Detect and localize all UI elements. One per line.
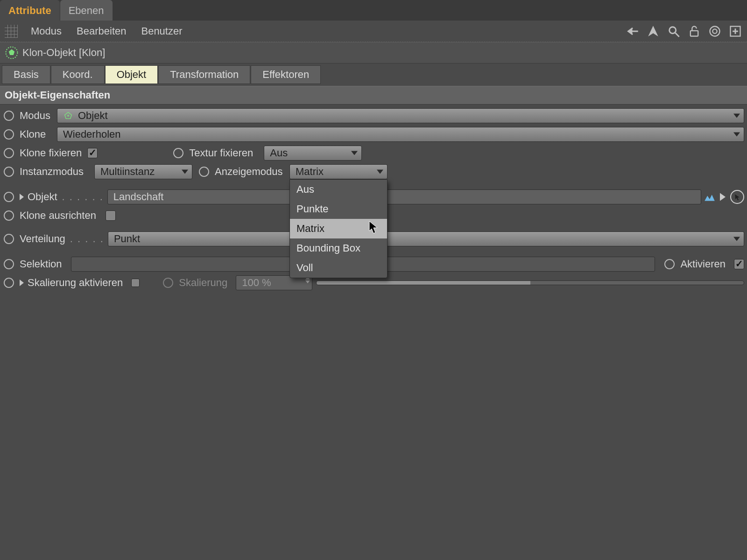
- dropdown-option-bounding-box[interactable]: Bounding Box: [290, 238, 387, 258]
- label-aktivieren: Aktivieren: [680, 258, 726, 270]
- chevron-down-icon: [377, 170, 383, 174]
- dropdown-verteilung-value: Punkt: [114, 233, 140, 245]
- tab-attribute[interactable]: Attribute: [0, 0, 60, 21]
- dots: . . . . . .: [62, 191, 104, 203]
- cloner-icon: [5, 46, 19, 60]
- label-modus: Modus: [20, 110, 52, 122]
- back-arrow-icon[interactable]: [626, 24, 640, 38]
- svg-point-6: [712, 29, 717, 33]
- goto-icon[interactable]: [717, 191, 728, 203]
- section-header: Objekt-Eigenschaften: [0, 86, 747, 105]
- chevron-down-icon: [733, 237, 740, 241]
- tab-objekt[interactable]: Objekt: [105, 65, 158, 84]
- grid-icon[interactable]: [5, 25, 18, 38]
- lock-icon[interactable]: [687, 24, 701, 38]
- label-instanzmodus: Instanzmodus: [20, 166, 90, 178]
- object-title-bar: Klon-Objekt [Klon]: [0, 42, 747, 63]
- svg-marker-11: [9, 49, 15, 56]
- expand-triangle-icon[interactable]: [20, 280, 24, 286]
- dropdown-option-aus[interactable]: Aus: [290, 180, 387, 199]
- anim-dot-modus[interactable]: [4, 111, 14, 121]
- link-field-objekt[interactable]: Landschaft: [107, 189, 701, 204]
- label-selektion: Selektion: [20, 258, 66, 270]
- checkbox-klone-fixieren[interactable]: [87, 148, 98, 158]
- dropdown-popup-anzeigemodus: AusPunkteMatrixBounding BoxVoll: [289, 179, 388, 278]
- label-klone-fixieren: Klone fixieren: [20, 147, 82, 159]
- dropdown-instanz-value: Multiinstanz: [100, 166, 155, 178]
- checkbox-aktivieren[interactable]: [734, 259, 744, 269]
- attribute-menubar: Modus Bearbeiten Benutzer: [0, 21, 747, 42]
- anim-dot-klone-fix[interactable]: [4, 148, 14, 158]
- dropdown-klone-value: Wiederholen: [63, 128, 121, 140]
- dropdown-option-voll[interactable]: Voll: [290, 258, 387, 278]
- anim-dot-objekt[interactable]: [4, 192, 14, 202]
- tab-basis[interactable]: Basis: [2, 65, 50, 84]
- label-verteilung: Verteilung: [20, 233, 65, 245]
- anim-dot-aktivieren[interactable]: [664, 259, 675, 269]
- svg-marker-14: [720, 193, 726, 201]
- svg-point-2: [669, 27, 676, 33]
- anim-dot-anzeige[interactable]: [199, 167, 209, 177]
- panel-tab-bar: Attribute Ebenen: [0, 0, 747, 21]
- svg-rect-4: [691, 30, 698, 36]
- svg-line-3: [676, 33, 679, 36]
- chevron-down-icon: [182, 170, 188, 174]
- anim-dot-textur-fix[interactable]: [173, 148, 183, 158]
- dropdown-klone[interactable]: Wiederholen: [57, 127, 744, 142]
- dots: . . . . .: [70, 233, 104, 245]
- anim-dot-ausrichten[interactable]: [4, 210, 14, 221]
- menu-mode[interactable]: Modus: [23, 22, 69, 40]
- anim-dot-instanz[interactable]: [4, 167, 14, 177]
- dropdown-option-punkte[interactable]: Punkte: [290, 199, 387, 219]
- checkbox-klone-ausrichten[interactable]: [106, 210, 116, 221]
- tab-layers[interactable]: Ebenen: [60, 0, 113, 21]
- dropdown-textur-value: Aus: [270, 147, 288, 159]
- landscape-icon[interactable]: [704, 191, 715, 203]
- anim-dot-skalierung[interactable]: [163, 278, 173, 288]
- dropdown-instanzmodus[interactable]: Multiinstanz: [94, 164, 192, 179]
- expand-triangle-icon[interactable]: [20, 194, 24, 200]
- tab-coord[interactable]: Koord.: [51, 65, 105, 84]
- search-icon[interactable]: [667, 24, 681, 38]
- dropdown-anzeige-value: Matrix: [296, 166, 324, 178]
- label-klone: Klone: [20, 128, 52, 140]
- label-skal-aktivieren: Skalierung aktivieren: [28, 277, 123, 289]
- svg-marker-15: [735, 194, 740, 200]
- object-title-text: Klon-Objekt [Klon]: [22, 47, 105, 59]
- tab-transformation[interactable]: Transformation: [158, 65, 250, 84]
- label-skalierung: Skalierung: [179, 277, 227, 289]
- anim-dot-skal-aktiv[interactable]: [4, 278, 14, 288]
- label-anzeigemodus: Anzeigemodus: [215, 166, 285, 178]
- dropdown-textur-fixieren[interactable]: Aus: [264, 146, 362, 161]
- slider-skalierung[interactable]: [312, 280, 744, 285]
- label-klone-ausrichten: Klone ausrichten: [20, 210, 96, 222]
- chevron-down-icon: [733, 133, 740, 137]
- anim-dot-verteilung[interactable]: [4, 234, 14, 244]
- anim-dot-selektion[interactable]: [4, 259, 14, 269]
- dropdown-modus[interactable]: Objekt: [57, 108, 744, 123]
- add-icon[interactable]: [728, 24, 742, 38]
- dropdown-option-matrix[interactable]: Matrix: [290, 219, 387, 238]
- menu-user[interactable]: Benutzer: [134, 22, 190, 40]
- chevron-down-icon: [733, 114, 740, 118]
- object-mode-icon: [63, 111, 73, 121]
- svg-marker-1: [649, 26, 658, 35]
- svg-point-13: [67, 115, 69, 117]
- tab-effektoren[interactable]: Effektoren: [251, 65, 321, 84]
- dropdown-modus-value: Objekt: [78, 110, 108, 122]
- label-textur-fixieren: Textur fixieren: [189, 147, 259, 159]
- checkbox-skal-aktivieren[interactable]: [131, 279, 140, 287]
- menu-edit[interactable]: Bearbeiten: [69, 22, 134, 40]
- dropdown-anzeigemodus[interactable]: Matrix: [289, 164, 388, 179]
- up-arrow-icon[interactable]: [646, 24, 660, 38]
- anim-dot-klone[interactable]: [4, 129, 14, 140]
- target-icon[interactable]: [708, 24, 722, 38]
- spinner-skalierung-value: 100 %: [242, 277, 271, 289]
- chevron-down-icon: [351, 151, 358, 155]
- pick-object-button[interactable]: [730, 190, 744, 204]
- svg-point-5: [710, 26, 720, 36]
- label-objekt: Objekt: [28, 191, 57, 203]
- link-objekt-value: Landschaft: [113, 191, 164, 203]
- dropdown-verteilung[interactable]: Punkt: [108, 231, 744, 246]
- property-tabs: Basis Koord. Objekt Transformation Effek…: [0, 63, 747, 84]
